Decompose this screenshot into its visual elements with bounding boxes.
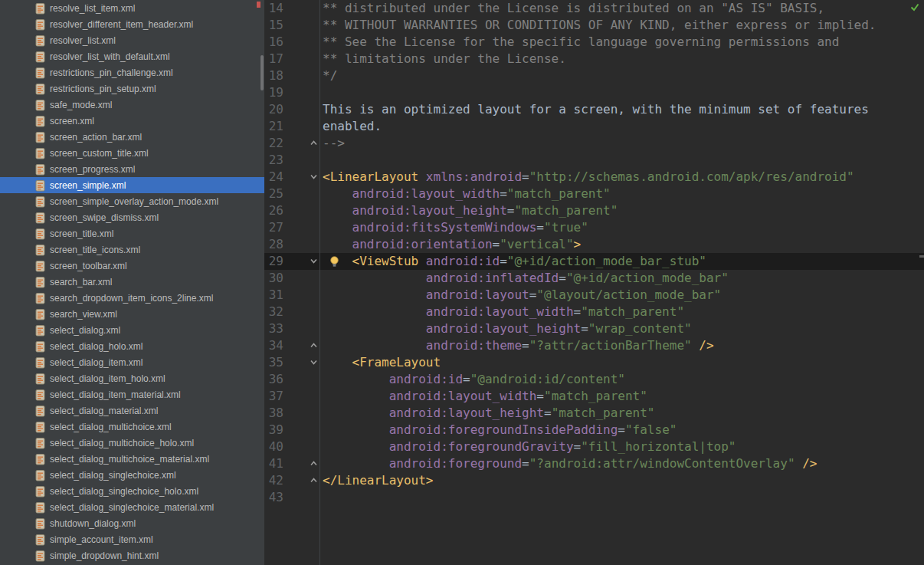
- file-tree-item[interactable]: search_view.xml: [0, 306, 264, 322]
- inspections-ok-check-icon[interactable]: [909, 2, 920, 12]
- file-tree-item[interactable]: screen_custom_title.xml: [0, 145, 264, 161]
- file-tree-item[interactable]: search_dropdown_item_icons_2line.xml: [0, 290, 264, 306]
- line-number[interactable]: 16: [264, 34, 283, 51]
- line-number[interactable]: 39: [264, 422, 283, 439]
- file-tree-item[interactable]: select_dialog_material.xml: [0, 402, 264, 419]
- line-number[interactable]: 15: [264, 17, 283, 34]
- file-tree-item[interactable]: screen_simple.xml: [0, 177, 264, 193]
- file-tree-item[interactable]: select_dialog_multichoice_material.xml: [0, 451, 264, 467]
- code-line[interactable]: 29 <ViewStub android:id="@+id/action_mod…: [264, 253, 924, 270]
- file-tree-item[interactable]: select_dialog_item_holo.xml: [0, 370, 264, 386]
- line-number[interactable]: 33: [264, 320, 283, 337]
- code-line[interactable]: 42</LinearLayout>: [264, 472, 924, 489]
- line-number[interactable]: 43: [264, 489, 283, 506]
- code-line[interactable]: 22-->: [264, 135, 924, 152]
- code-line[interactable]: 21enabled.: [264, 118, 924, 135]
- code-line[interactable]: 26 android:layout_height="match_parent": [264, 202, 924, 219]
- line-number[interactable]: 26: [264, 202, 283, 219]
- fold-start-icon[interactable]: [310, 172, 318, 181]
- code-line[interactable]: 24<LinearLayout xmlns:android="http://sc…: [264, 169, 924, 186]
- file-tree-item[interactable]: select_dialog_multichoice_holo.xml: [0, 435, 264, 451]
- fold-start-icon[interactable]: [310, 358, 318, 366]
- line-number[interactable]: 18: [264, 67, 283, 84]
- file-tree-item[interactable]: select_dialog_item.xml: [0, 354, 264, 370]
- code-line[interactable]: 27 android:fitsSystemWindows="true": [264, 219, 924, 236]
- file-tree-item[interactable]: safe_mode.xml: [0, 97, 264, 113]
- file-tree-item[interactable]: select_dialog_singlechoice.xml: [0, 467, 264, 483]
- file-tree-item[interactable]: shutdown_dialog.xml: [0, 515, 264, 531]
- code-line[interactable]: 41 android:foreground="?android:attr/win…: [264, 455, 924, 472]
- line-number[interactable]: 25: [264, 186, 283, 202]
- line-number[interactable]: 14: [264, 0, 283, 17]
- line-number[interactable]: 32: [264, 304, 283, 320]
- code-line[interactable]: 31 android:layout="@layout/action_mode_b…: [264, 287, 924, 304]
- code-line[interactable]: 20This is an optimized layout for a scre…: [264, 101, 924, 118]
- line-number[interactable]: 38: [264, 405, 283, 422]
- file-tree-item[interactable]: select_dialog_item_material.xml: [0, 386, 264, 402]
- fold-end-icon[interactable]: [310, 476, 318, 485]
- file-tree-item[interactable]: simple_account_item.xml: [0, 531, 264, 547]
- line-number[interactable]: 41: [264, 455, 283, 472]
- line-number[interactable]: 21: [264, 118, 283, 135]
- file-tree-item[interactable]: select_dialog_holo.xml: [0, 338, 264, 354]
- file-tree-item[interactable]: select_dialog_singlechoice_holo.xml: [0, 483, 264, 499]
- line-number[interactable]: 22: [264, 135, 283, 152]
- code-line[interactable]: 40 android:foregroundGravity="fill_horiz…: [264, 439, 924, 455]
- file-tree-item[interactable]: simple_dropdown_hint.xml: [0, 547, 264, 563]
- line-number[interactable]: 17: [264, 51, 283, 67]
- file-tree-item[interactable]: select_dialog_singlechoice_material.xml: [0, 499, 264, 515]
- line-number[interactable]: 23: [264, 152, 283, 169]
- fold-end-icon[interactable]: [310, 459, 318, 468]
- file-tree-item[interactable]: screen.xml: [0, 113, 264, 129]
- code-line[interactable]: 25 android:layout_width="match_parent": [264, 186, 924, 202]
- file-tree-item[interactable]: restrictions_pin_setup.xml: [0, 80, 264, 97]
- line-number[interactable]: 36: [264, 371, 283, 388]
- code-line[interactable]: 33 android:layout_height="wrap_content": [264, 320, 924, 337]
- file-tree-item[interactable]: resolver_list_with_default.xml: [0, 48, 264, 64]
- code-line[interactable]: 39 android:foregroundInsidePadding="fals…: [264, 422, 924, 439]
- fold-end-icon[interactable]: [310, 139, 318, 147]
- fold-start-icon[interactable]: [310, 257, 318, 265]
- sidebar-scrollbar-thumb[interactable]: [260, 55, 264, 90]
- file-tree-item[interactable]: resolver_list.xml: [0, 32, 264, 48]
- file-tree-item[interactable]: screen_title.xml: [0, 225, 264, 241]
- code-line[interactable]: 36 android:id="@android:id/content": [264, 371, 924, 388]
- file-tree-item[interactable]: resolver_different_item_header.xml: [0, 16, 264, 32]
- line-number[interactable]: 27: [264, 219, 283, 236]
- code-line[interactable]: 23: [264, 152, 924, 169]
- line-number[interactable]: 29: [264, 253, 283, 270]
- code-line[interactable]: 16** See the License for the specific la…: [264, 34, 924, 51]
- line-number[interactable]: 37: [264, 388, 283, 405]
- code-line[interactable]: 38 android:layout_height="match_parent": [264, 405, 924, 422]
- file-tree-item[interactable]: screen_progress.xml: [0, 161, 264, 177]
- fold-end-icon[interactable]: [310, 341, 318, 350]
- line-number[interactable]: 40: [264, 439, 283, 455]
- code-line[interactable]: 18*/: [264, 67, 924, 84]
- line-number[interactable]: 35: [264, 354, 283, 371]
- code-line[interactable]: 19: [264, 84, 924, 101]
- code-line[interactable]: 17** limitations under the License.: [264, 51, 924, 67]
- code-line[interactable]: 30 android:inflatedId="@+id/action_mode_…: [264, 270, 924, 287]
- code-line[interactable]: 34 android:theme="?attr/actionBarTheme" …: [264, 337, 924, 354]
- line-number[interactable]: 34: [264, 337, 283, 354]
- intention-lightbulb-icon[interactable]: [329, 255, 340, 268]
- file-tree-item[interactable]: screen_title_icons.xml: [0, 241, 264, 258]
- code-line[interactable]: 28 android:orientation="vertical">: [264, 236, 924, 253]
- line-number[interactable]: 30: [264, 270, 283, 287]
- file-tree-item[interactable]: select_dialog_multichoice.xml: [0, 419, 264, 435]
- line-number[interactable]: 19: [264, 84, 283, 101]
- line-number[interactable]: 24: [264, 169, 283, 186]
- file-tree-item[interactable]: select_dialog.xml: [0, 322, 264, 338]
- code-line[interactable]: 32 android:layout_width="match_parent": [264, 304, 924, 320]
- code-line[interactable]: 43: [264, 489, 924, 506]
- file-tree-item[interactable]: restrictions_pin_challenge.xml: [0, 64, 264, 80]
- file-tree-item[interactable]: search_bar.xml: [0, 274, 264, 290]
- code-line[interactable]: 35 <FrameLayout: [264, 354, 924, 371]
- file-tree-item[interactable]: screen_swipe_dismiss.xml: [0, 209, 264, 225]
- file-tree-item[interactable]: resolve_list_item.xml: [0, 0, 264, 16]
- code-line[interactable]: 15** WITHOUT WARRANTIES OR CONDITIONS OF…: [264, 17, 924, 34]
- file-tree-item[interactable]: screen_toolbar.xml: [0, 258, 264, 274]
- code-line[interactable]: 14** distributed under the License is di…: [264, 0, 924, 17]
- line-number[interactable]: 28: [264, 236, 283, 253]
- code-line[interactable]: 37 android:layout_width="match_parent": [264, 388, 924, 405]
